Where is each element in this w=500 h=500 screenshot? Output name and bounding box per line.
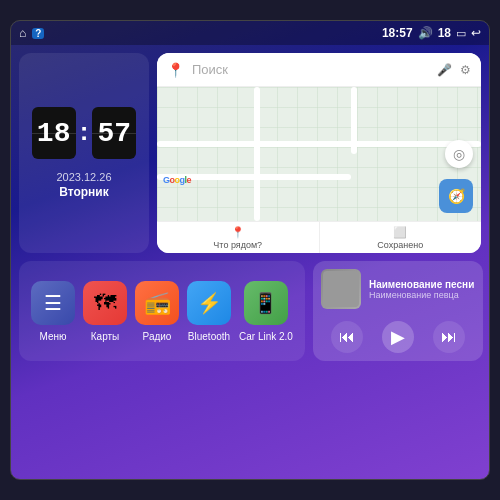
maps-app-icon: 🗺 [83, 281, 127, 325]
bottom-section: ☰ Меню 🗺 Карты 📻 Радио [19, 261, 481, 361]
nearby-label: Что рядом? [213, 240, 262, 250]
map-saved-button[interactable]: ⬜ Сохранено [320, 222, 482, 253]
album-art-inner [323, 271, 359, 307]
carlink-app-label: Car Link 2.0 [239, 331, 293, 342]
clock-widget: 18 : 57 2023.12.26 Вторник [19, 53, 149, 253]
bluetooth-app-icon: ⚡ [187, 281, 231, 325]
music-controls: ⏮ ▶ ⏭ [321, 317, 475, 353]
next-icon: ⏭ [441, 328, 457, 346]
app-item-radio[interactable]: 📻 Радио [135, 281, 179, 342]
device-frame: ⌂ ? 18:57 🔊 18 ▭ ↩ 18 : 57 2023.12.26 Вт… [10, 20, 490, 480]
music-text: Наименование песни Наименование певца [369, 279, 475, 300]
map-search-placeholder: Поиск [192, 62, 429, 77]
battery-level: 18 [438, 26, 451, 40]
main-content: 18 : 57 2023.12.26 Вторник 📍 Поиск 🎤 ⚙ [11, 45, 489, 479]
mic-icon[interactable]: 🎤 [437, 63, 452, 77]
music-next-button[interactable]: ⏭ [433, 321, 465, 353]
settings-icon[interactable]: ⚙ [460, 63, 471, 77]
clock-hours: 18 [32, 107, 76, 159]
map-location-button[interactable]: ◎ [445, 140, 473, 168]
album-art [321, 269, 361, 309]
status-bar: ⌂ ? 18:57 🔊 18 ▭ ↩ [11, 21, 489, 45]
music-artist: Наименование певца [369, 290, 475, 300]
saved-icon: ⬜ [393, 226, 407, 239]
map-background [157, 87, 481, 221]
home-icon[interactable]: ⌂ [19, 26, 26, 40]
map-footer: 📍 Что рядом? ⬜ Сохранено [157, 221, 481, 253]
status-time: 18:57 [382, 26, 413, 40]
radio-app-label: Радио [143, 331, 172, 342]
music-play-button[interactable]: ▶ [382, 321, 414, 353]
volume-icon: 🔊 [418, 26, 433, 40]
status-right: 18:57 🔊 18 ▭ ↩ [382, 26, 481, 40]
screen-icon: ▭ [456, 27, 466, 40]
map-widget: 📍 Поиск 🎤 ⚙ ◎ 🧭 Google [157, 53, 481, 253]
music-info: Наименование песни Наименование певца [321, 269, 475, 309]
map-pin-icon: 📍 [167, 62, 184, 78]
radio-app-icon: 📻 [135, 281, 179, 325]
top-section: 18 : 57 2023.12.26 Вторник 📍 Поиск 🎤 ⚙ [19, 53, 481, 253]
clock-date: 2023.12.26 [56, 171, 111, 183]
music-title: Наименование песни [369, 279, 475, 290]
music-widget: Наименование песни Наименование певца ⏮ … [313, 261, 483, 361]
app-grid: ☰ Меню 🗺 Карты 📻 Радио [19, 261, 305, 361]
menu-app-icon: ☰ [31, 281, 75, 325]
clock-separator: : [80, 116, 89, 147]
carlink-app-icon: 📱 [244, 281, 288, 325]
map-search-bar[interactable]: 📍 Поиск 🎤 ⚙ [157, 53, 481, 87]
app-item-maps[interactable]: 🗺 Карты [83, 281, 127, 342]
question-icon[interactable]: ? [32, 28, 44, 39]
map-nearby-button[interactable]: 📍 Что рядом? [157, 222, 320, 253]
saved-label: Сохранено [377, 240, 423, 250]
status-left: ⌂ ? [19, 26, 44, 40]
bluetooth-app-label: Bluetooth [188, 331, 230, 342]
menu-app-label: Меню [39, 331, 66, 342]
map-navigate-button[interactable]: 🧭 [439, 179, 473, 213]
clock-minutes: 57 [92, 107, 136, 159]
clock-display: 18 : 57 [32, 107, 137, 159]
play-icon: ▶ [391, 326, 405, 348]
back-icon[interactable]: ↩ [471, 26, 481, 40]
maps-app-label: Карты [91, 331, 120, 342]
map-area[interactable]: ◎ 🧭 Google [157, 87, 481, 221]
app-item-bluetooth[interactable]: ⚡ Bluetooth [187, 281, 231, 342]
google-logo: Google [163, 175, 191, 185]
app-item-carlink[interactable]: 📱 Car Link 2.0 [239, 281, 293, 342]
app-item-menu[interactable]: ☰ Меню [31, 281, 75, 342]
music-prev-button[interactable]: ⏮ [331, 321, 363, 353]
clock-day: Вторник [59, 185, 109, 199]
prev-icon: ⏮ [339, 328, 355, 346]
nearby-icon: 📍 [231, 226, 245, 239]
